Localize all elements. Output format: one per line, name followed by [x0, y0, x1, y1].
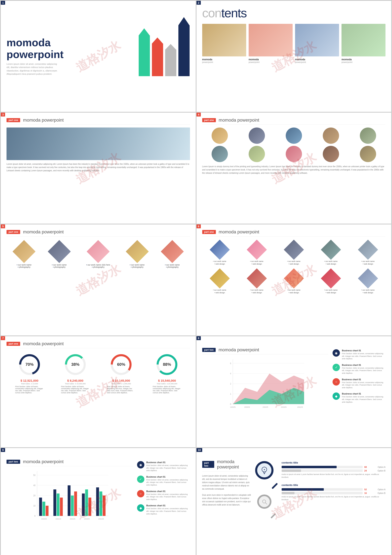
biz-item-1-1: ✓ Business chart 01 First Section: dolor…	[137, 475, 190, 486]
work-item-0: • our work name• web design	[202, 239, 237, 265]
bar-fill-2a	[282, 488, 324, 491]
img-sublabel-1: powerpoint	[202, 61, 246, 63]
biz-title-1-0: Business chart 01	[146, 461, 190, 464]
work-label-5: • web design	[202, 292, 237, 294]
work-item-3: • our work name• web design	[313, 239, 348, 265]
svg-text:2000/5: 2000/5	[41, 518, 47, 520]
biz-item-1-3: ◆ Business chart 01 First Section: dolor…	[137, 504, 190, 515]
contents-dark: tents	[221, 6, 247, 20]
svg-text:2003/9: 2003/9	[84, 518, 90, 520]
diamond-label-2: photography	[86, 266, 110, 268]
work-item-6: • our work name• web design	[239, 268, 274, 294]
svg-text:2002/5: 2002/5	[262, 406, 268, 408]
biz-body-0-2: First Section: dolor sit amet, consectet…	[342, 381, 385, 389]
img-label-4: momoda	[341, 58, 385, 61]
svg-text:60%: 60%	[117, 362, 125, 367]
part-title-5: momoda powerpoint	[23, 229, 64, 235]
bar-chart-9: 0 10 20 40 50	[7, 469, 133, 526]
biz-title-1-2: Business chart 01	[146, 490, 190, 492]
biz-text-0-3: Business chart 01 First Section: dolor s…	[342, 393, 385, 403]
slide-10-header: part two momoda powerpoint	[202, 459, 251, 472]
work-label-2: • web design	[276, 263, 311, 265]
img-box-1: momoda powerpoint	[202, 24, 246, 63]
biz-body-1-1: First Section: dolor sit amet, consectet…	[146, 479, 190, 486]
work-item-7: • our work name• web design	[276, 268, 311, 294]
slide-3: 3 part one momoda powerpoint Lorem ipsum…	[1, 113, 196, 224]
part-badge-10: part two	[202, 461, 214, 468]
diamond-label-2: our work name click here	[86, 264, 110, 266]
part-title-8: momoda powerpoint	[218, 347, 259, 352]
diamond-label-4: photography	[164, 266, 181, 268]
slide-8-chart-col: part two momoda powerpoint 0 1 2 4 6	[202, 341, 329, 442]
img-placeholder-3	[295, 24, 339, 56]
donut-money-3: $ 15,540,000	[153, 379, 181, 382]
biz-title-0-2: Business chart 01	[342, 378, 385, 381]
slide-number-8: 8	[196, 336, 201, 340]
work-item-9: • our work name• web design	[350, 268, 385, 294]
slide-2-title: contents	[202, 6, 386, 20]
svg-text:40: 40	[33, 484, 36, 487]
diamond-item-2: our work name click herephotography	[86, 239, 110, 268]
bar-track-2b	[282, 492, 363, 494]
svg-text:1: 1	[230, 393, 231, 395]
magnifier-large-wrap: ★	[255, 461, 277, 490]
bar-fill-1b	[282, 469, 301, 472]
biz-body-0-3: First Section: dolor sit amet, consectet…	[342, 395, 385, 403]
contents-note-2: modu to ipsum sit amet 1 proin facilisis…	[282, 496, 386, 501]
part-title-10: momoda powerpoint	[217, 459, 251, 470]
slide-8-info-col: ◉ Business chart 01 First Section: dolor…	[333, 341, 385, 442]
part-title-7: momoda powerpoint	[23, 341, 64, 346]
work-label-4: • web design	[350, 263, 385, 265]
bar-row-2a: 52 Option A	[282, 488, 386, 491]
donut-item-0: 70% $ 12,521,000 Total Sales: 2 13,000 F…	[15, 352, 44, 394]
circle-img-2	[286, 127, 302, 144]
work-label-3: • web design	[313, 263, 348, 265]
work-label-0: • our work name	[202, 260, 237, 263]
img-label-2: momoda	[249, 58, 293, 61]
svg-rect-48	[71, 496, 74, 516]
bar-opt-1b: Option B	[373, 470, 385, 472]
biz-icon-0-0: ◉	[333, 349, 340, 357]
part-badge-7: part one	[7, 342, 20, 346]
biz-icon-1-3: ◆	[137, 504, 144, 512]
biz-icon-1-2: ○	[137, 490, 144, 497]
part-badge-4: part one	[202, 118, 216, 122]
work-grid-6: • our work name• web design • our work n…	[202, 239, 386, 294]
bar-track-1a	[282, 466, 363, 468]
diamond-label-3: our work name	[129, 264, 145, 266]
svg-rect-53	[96, 487, 99, 516]
svg-text:38%: 38%	[71, 362, 80, 367]
biz-icon-1-1: ✓	[137, 475, 144, 483]
bar-fill-1a	[282, 466, 337, 468]
donut-sales-1: Total Sales: 3 10,000,000	[61, 383, 90, 385]
donut-svg-2: 60%	[109, 352, 133, 377]
biz-icon-0-3: ◆	[333, 393, 340, 400]
work-label-9: • our work name	[350, 289, 385, 292]
bar-4	[178, 17, 189, 76]
bar-track-1b	[282, 469, 363, 472]
diamond-label-0: photography	[16, 266, 32, 268]
svg-rect-49	[74, 491, 77, 516]
img-placeholder-4	[341, 24, 385, 56]
work-item-8: • our work name• web design	[313, 268, 348, 294]
biz-item-0-2: ○ Business chart 01 First Section: dolor…	[333, 378, 385, 389]
part-title-6: momoda powerpoint	[219, 229, 259, 235]
bar-fill-2b	[282, 492, 295, 494]
work-item-5: • our work name• web design	[202, 268, 237, 294]
svg-text:0: 0	[34, 515, 36, 517]
donut-money-1: $ 8,240,000	[61, 379, 90, 382]
magnifier-small-wrap	[257, 495, 276, 519]
svg-rect-54	[99, 491, 102, 516]
slide-1-chart	[139, 7, 189, 76]
contents-section-1: contents title 68 Option A 24 Option	[282, 461, 386, 479]
biz-item-1-0: ◉ Business chart 01 First Section: dolor…	[137, 461, 190, 472]
circle-img-0	[211, 127, 228, 144]
img-sublabel-2: powerpoint	[249, 61, 293, 63]
biz-title-0-1: Business chart 01	[342, 364, 385, 366]
donut-sales-2: Total Sales: 2 1,000,000	[107, 383, 135, 385]
slide-number-2: 2	[196, 1, 201, 5]
biz-text-0-0: Business chart 01 First Section: dolor s…	[342, 349, 385, 360]
slide-3-header: part one momoda powerpoint	[7, 117, 190, 125]
svg-rect-43	[46, 506, 49, 516]
diamond-label-0: our work name	[16, 264, 32, 266]
